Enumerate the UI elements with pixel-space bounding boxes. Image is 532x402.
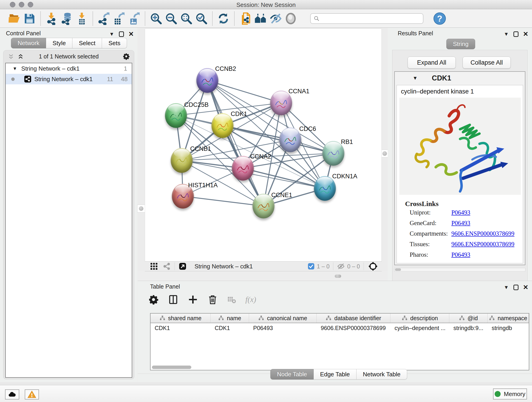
column-header-description[interactable]: description	[390, 313, 449, 323]
close-panel-icon[interactable]: ✕	[128, 31, 134, 37]
tree-expand-icon[interactable]: ▼	[13, 66, 17, 71]
crosslink-link[interactable]: P06493	[451, 251, 470, 258]
column-header--id[interactable]: @id	[449, 313, 488, 323]
zoom-in-icon[interactable]	[148, 11, 164, 26]
collapse-all-button[interactable]: Collapse All	[462, 57, 511, 69]
network-collection-row[interactable]: ▼ String Network – cdk1 1	[6, 63, 132, 74]
zoom-selected-icon[interactable]	[194, 11, 209, 26]
open-session-icon[interactable]	[7, 11, 22, 26]
network-canvas[interactable]: CCNB2CCNA1CDC25BCDK1CDC6RB1CCNB1CCNA2CDK…	[145, 29, 382, 261]
float-panel-icon[interactable]	[513, 285, 519, 290]
table-options-gear-icon[interactable]	[148, 294, 159, 305]
tab-string[interactable]: String	[446, 39, 475, 49]
expand-all-button[interactable]: Expand All	[408, 57, 456, 69]
tab-network-table[interactable]: Network Table	[356, 369, 407, 380]
cloud-status-button[interactable]	[5, 389, 19, 400]
search-input[interactable]	[310, 13, 423, 24]
show-columns-icon[interactable]	[168, 294, 178, 305]
import-network-database-icon[interactable]	[59, 11, 74, 26]
float-panel-icon[interactable]	[119, 32, 124, 37]
hidden-eye-icon[interactable]	[337, 262, 345, 270]
export-network-icon[interactable]	[96, 11, 111, 26]
table-row[interactable]: CDK1CDK1P064939606.ENSP00000378699cyclin…	[151, 323, 529, 333]
node-CDC6[interactable]	[279, 128, 301, 152]
tab-select[interactable]: Select	[72, 38, 102, 48]
bottom-splitter-handle[interactable]	[335, 274, 341, 278]
column-header-database-identifier[interactable]: database identifier	[317, 313, 390, 323]
node-CDK1[interactable]	[211, 113, 234, 138]
crosslink-link[interactable]: P06493	[451, 220, 470, 226]
collapse-panel-icon[interactable]: ▼	[504, 32, 509, 37]
cell-namespace[interactable]: stringdb	[488, 323, 529, 333]
tab-sets[interactable]: Sets	[102, 38, 127, 48]
warning-icon	[27, 390, 36, 399]
selected-checkbox-icon[interactable]	[308, 263, 315, 270]
float-panel-icon[interactable]	[513, 32, 519, 37]
create-column-icon[interactable]	[188, 294, 198, 305]
edge-CCNB2-CCNA1[interactable]	[207, 80, 281, 103]
tab-edge-table[interactable]: Edge Table	[314, 369, 356, 380]
status-bar: Memory	[0, 385, 532, 402]
node-label-CCNA1: CCNA1	[288, 88, 310, 95]
network-view-icon[interactable]	[163, 262, 171, 270]
results-horizontal-scrollbar[interactable]	[394, 268, 525, 272]
right-splitter-handle[interactable]	[381, 150, 389, 157]
cell-name[interactable]: CDK1	[210, 323, 249, 333]
crosslink-link[interactable]: 9606.ENSP00000378699	[451, 230, 514, 237]
crosslink-link[interactable]: P06493	[451, 209, 470, 216]
birds-eye-crosshair-icon[interactable]	[368, 262, 378, 271]
column-header-shared-name[interactable]: shared name	[151, 313, 210, 323]
warnings-button[interactable]	[25, 389, 39, 400]
network-options-gear-icon[interactable]	[123, 53, 130, 60]
node-CCNB1[interactable]	[171, 148, 193, 173]
cell--id[interactable]: stringdb:9...	[449, 323, 488, 333]
node-table: shared namenamecanonical namedatabase id…	[150, 313, 529, 370]
network-row-selected[interactable]: String Network – cdk1 11 48	[6, 74, 132, 84]
highlight-icon[interactable]	[283, 11, 298, 26]
tab-network[interactable]: Network	[11, 38, 46, 48]
cell-description[interactable]: cyclin–dependent ...	[390, 323, 449, 333]
detach-view-icon[interactable]	[178, 262, 187, 270]
protein-structure-thumbnail	[200, 74, 215, 89]
card-collapse-icon[interactable]: ▼	[413, 75, 418, 81]
import-network-file-icon[interactable]	[44, 11, 59, 26]
grid-view-icon[interactable]	[150, 262, 158, 270]
column-header-name[interactable]: name	[210, 313, 249, 323]
edge-CDK1-RB1[interactable]	[222, 126, 333, 153]
import-table-icon[interactable]	[74, 11, 89, 26]
close-panel-icon[interactable]: ✕	[523, 31, 528, 37]
crosslink-link[interactable]: 9606.ENSP00000378699	[451, 241, 514, 248]
cell-database-identifier[interactable]: 9606.ENSP00000378699	[317, 323, 390, 333]
show-all-panels-icon[interactable]	[253, 11, 268, 26]
tab-style[interactable]: Style	[46, 38, 72, 48]
protein-structure-thumbnail	[256, 200, 271, 214]
close-panel-icon[interactable]: ✕	[523, 284, 528, 291]
tab-node-table[interactable]: Node Table	[270, 369, 314, 380]
node-CDC25B[interactable]	[165, 103, 187, 128]
delete-column-icon[interactable]	[207, 294, 218, 305]
edge-HIST1H1A-CCNE1[interactable]	[183, 196, 264, 206]
protein-card-header[interactable]: ▼ CDK1	[395, 72, 525, 85]
annotations-icon[interactable]	[238, 11, 253, 26]
delete-table-icon	[227, 295, 236, 304]
cell-canonical-name[interactable]: P06493	[249, 323, 317, 333]
zoom-fit-icon[interactable]	[179, 11, 194, 26]
left-splitter-handle[interactable]	[137, 205, 145, 212]
memory-button[interactable]: Memory	[493, 389, 527, 400]
column-header-namespace[interactable]: namespace	[488, 313, 529, 323]
help-icon[interactable]: ?	[432, 11, 447, 26]
export-image-icon[interactable]	[127, 11, 142, 26]
column-header-canonical-name[interactable]: canonical name	[249, 313, 317, 323]
export-table-icon[interactable]	[111, 11, 127, 26]
network-list-container: 1 of 1 Network selected ▼ String Network…	[3, 50, 134, 379]
hide-panel-icon[interactable]	[268, 11, 283, 26]
protein-description: cyclin–dependent kinase 1	[401, 88, 474, 95]
zoom-out-icon[interactable]	[164, 11, 179, 26]
refresh-icon[interactable]	[216, 11, 231, 26]
collapse-panel-icon[interactable]: ▼	[504, 285, 509, 290]
hidden-counts: 0 – 0	[347, 263, 360, 270]
save-session-icon[interactable]	[22, 11, 37, 26]
table-horizontal-scrollbar[interactable]	[152, 366, 191, 369]
cell-shared-name[interactable]: CDK1	[151, 323, 210, 333]
collapse-panel-icon[interactable]: ▼	[109, 32, 114, 37]
